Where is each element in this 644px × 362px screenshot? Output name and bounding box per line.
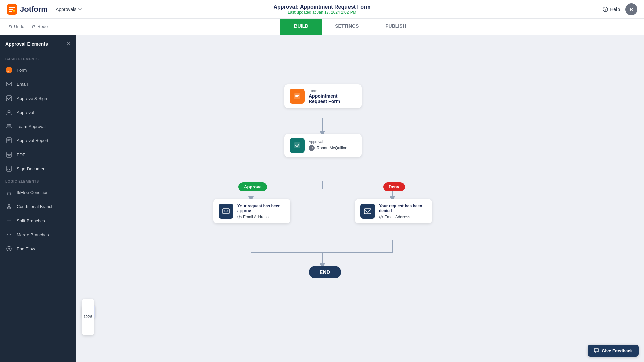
zoom-out-button[interactable]: − bbox=[82, 323, 94, 335]
undo-icon bbox=[8, 24, 13, 29]
approval-icon bbox=[5, 109, 13, 116]
form-node-icon bbox=[290, 89, 305, 104]
user-avatar[interactable]: R bbox=[625, 3, 637, 15]
undo-redo-group: Undo Redo bbox=[0, 19, 56, 35]
email-denied-link: Email Address bbox=[379, 215, 427, 219]
svg-point-12 bbox=[9, 125, 11, 126]
svg-rect-13 bbox=[7, 138, 11, 143]
sidebar-item-approval[interactable]: Approval bbox=[0, 105, 76, 119]
form-node-label: Form bbox=[309, 88, 356, 93]
email-denied-node[interactable]: Your request has been denied. Email Addr… bbox=[355, 199, 432, 223]
assignee-name: Ronan McQuillan bbox=[317, 146, 347, 150]
sidebar-item-form[interactable]: Form bbox=[0, 63, 76, 77]
svg-rect-27 bbox=[295, 98, 297, 98]
approval-node-meta: R Ronan McQuillan bbox=[309, 145, 347, 151]
end-node: END bbox=[309, 266, 341, 278]
sidebar-item-merge-branches[interactable]: Merge Branches bbox=[0, 228, 76, 242]
link-icon-2 bbox=[379, 215, 383, 219]
svg-rect-26 bbox=[295, 96, 298, 97]
topbar-center: Approval: Appointment Request Form Last … bbox=[273, 4, 370, 15]
form-node-title: Appointment Request Form bbox=[309, 93, 356, 104]
sidebar-item-approval-report[interactable]: Approval Report bbox=[0, 133, 76, 147]
form-node[interactable]: Form Appointment Request Form bbox=[284, 84, 362, 108]
approval-node-label: Approval bbox=[309, 140, 347, 144]
main-tabs: BUILD SETTINGS PUBLISH bbox=[56, 19, 644, 35]
svg-rect-25 bbox=[295, 95, 299, 96]
email-approved-icon bbox=[219, 204, 233, 219]
ifelse-icon bbox=[5, 189, 13, 196]
team-approval-icon bbox=[5, 123, 13, 130]
email-approved-content: Your request has been approv... Email Ad… bbox=[237, 203, 285, 219]
form-icon bbox=[5, 66, 13, 74]
pdf-icon: PDF bbox=[5, 151, 13, 158]
sidebar-close-button[interactable]: ✕ bbox=[66, 40, 71, 48]
topbar-right: ? Help R bbox=[603, 3, 637, 15]
tab-settings[interactable]: SETTINGS bbox=[322, 19, 372, 35]
link-icon bbox=[237, 215, 241, 219]
svg-text:?: ? bbox=[604, 8, 606, 11]
sidebar-item-sign-document[interactable]: Sign Document bbox=[0, 162, 76, 176]
sidebar-item-team-approval[interactable]: Team Approval bbox=[0, 119, 76, 133]
approval-node-icon bbox=[290, 138, 305, 153]
sidebar-item-conditional-branch[interactable]: Conditional Branch bbox=[0, 199, 76, 214]
tab-publish[interactable]: PUBLISH bbox=[372, 19, 419, 35]
basic-elements-label: BASIC ELEMENTS bbox=[0, 53, 76, 63]
redo-button[interactable]: Redo bbox=[29, 23, 50, 31]
tab-build[interactable]: BUILD bbox=[280, 19, 322, 35]
svg-point-11 bbox=[7, 125, 9, 126]
logo[interactable]: Jotform bbox=[7, 4, 48, 15]
canvas-controls: + 100% − bbox=[82, 299, 94, 335]
sidebar-header: Approval Elements ✕ bbox=[0, 35, 76, 53]
merge-branches-icon bbox=[5, 231, 13, 238]
approval-node-content: Approval R Ronan McQuillan bbox=[309, 140, 347, 151]
svg-point-1 bbox=[13, 10, 15, 12]
logo-text: Jotform bbox=[20, 5, 48, 14]
undo-button[interactable]: Undo bbox=[5, 23, 27, 31]
svg-rect-5 bbox=[7, 69, 11, 69]
sidebar-item-ifelse[interactable]: If/Else Condition bbox=[0, 185, 76, 199]
svg-point-18 bbox=[7, 207, 8, 209]
give-feedback-button[interactable]: Give Feedback bbox=[588, 345, 639, 357]
email-approved-link: Email Address bbox=[237, 215, 285, 219]
secondbar: Undo Redo BUILD SETTINGS PUBLISH bbox=[0, 19, 644, 35]
conditional-branch-icon bbox=[5, 203, 13, 210]
approval-node[interactable]: Approval R Ronan McQuillan bbox=[284, 134, 362, 157]
sidebar-item-split-branches[interactable]: Split Branches bbox=[0, 214, 76, 228]
zoom-in-button[interactable]: + bbox=[82, 299, 94, 311]
email-approved-title: Your request has been approv... bbox=[237, 204, 285, 213]
question-circle-icon: ? bbox=[603, 7, 608, 12]
page-subtitle: Last updated at Jan 17, 2024 2:02 PM bbox=[273, 10, 370, 15]
approve-badge: Approve bbox=[238, 182, 267, 191]
sidebar-item-email[interactable]: Email bbox=[0, 77, 76, 91]
sidebar-item-end-flow[interactable]: End Flow bbox=[0, 242, 76, 256]
svg-point-19 bbox=[10, 207, 11, 209]
redo-icon bbox=[31, 24, 36, 29]
svg-rect-7 bbox=[7, 71, 9, 72]
feedback-icon bbox=[594, 348, 599, 353]
sidebar-item-pdf[interactable]: PDF PDF bbox=[0, 147, 76, 162]
zoom-level: 100% bbox=[82, 311, 94, 323]
sidebar-item-approve-sign[interactable]: Approve & Sign bbox=[0, 91, 76, 105]
sign-document-icon bbox=[5, 165, 13, 172]
svg-text:PDF: PDF bbox=[7, 154, 12, 156]
email-denied-icon bbox=[360, 204, 375, 219]
end-flow-icon bbox=[5, 245, 13, 252]
flow-canvas[interactable]: Form Appointment Request Form Approval R… bbox=[76, 35, 644, 362]
svg-rect-8 bbox=[6, 82, 12, 86]
split-branches-icon bbox=[5, 217, 13, 224]
email-icon bbox=[5, 80, 13, 88]
sidebar-title: Approval Elements bbox=[5, 41, 48, 47]
email-approved-node[interactable]: Your request has been approv... Email Ad… bbox=[213, 199, 290, 223]
topbar-left: Jotform Approvals bbox=[7, 4, 85, 15]
flow-connectors bbox=[76, 35, 644, 362]
svg-rect-28 bbox=[294, 142, 300, 148]
form-node-content: Form Appointment Request Form bbox=[309, 88, 356, 104]
main-layout: Approval Elements ✕ BASIC ELEMENTS Form … bbox=[0, 35, 644, 362]
help-button[interactable]: ? Help bbox=[603, 7, 620, 12]
page-title: Approval: Appointment Request Form bbox=[273, 4, 370, 10]
svg-rect-6 bbox=[7, 70, 10, 71]
topbar: Jotform Approvals Approval: Appointment … bbox=[0, 0, 644, 19]
approvals-dropdown[interactable]: Approvals bbox=[53, 5, 85, 13]
svg-rect-16 bbox=[7, 166, 11, 171]
jotform-logo-icon bbox=[7, 4, 17, 15]
